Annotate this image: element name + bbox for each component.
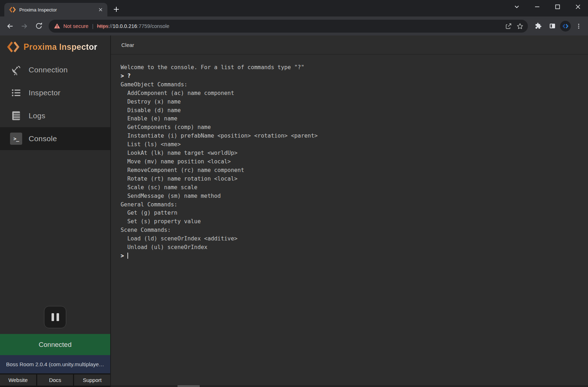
console-output-line: Scale (sc) name scale (121, 183, 584, 192)
text-cursor (127, 253, 128, 259)
not-secure-label[interactable]: Not secure (63, 23, 88, 29)
console-output-line: RemoveComponent (rc) name component (121, 166, 584, 175)
browser-tab[interactable]: Proxima Inspector (4, 3, 107, 16)
console-output-line: Load (ld) sceneOrIndex <additive> (121, 235, 584, 243)
browser-toolbar: Not secure | https://10.0.0.216:7759/con… (0, 16, 588, 35)
url-path: :7759/console (137, 23, 169, 29)
console-output-line: Welcome to the console. For a list of co… (121, 63, 584, 72)
sidebar-item-label: Connection (29, 66, 68, 74)
tab-strip: Proxima Inspector (0, 0, 588, 16)
satellite-dish-icon (10, 64, 22, 76)
address-bar-content: Not secure | https://10.0.0.216:7759/con… (54, 23, 503, 29)
console-output-line: GameObject Commands: (121, 81, 584, 89)
console-output-line: Unload (ul) sceneOrIndex (121, 243, 584, 252)
console-output-line: LookAt (lk) name target <worldUp> (121, 149, 584, 158)
horizontal-scrollbar-thumb[interactable] (178, 385, 200, 387)
console-output-line: Instantiate (i) prefabName <position> <r… (121, 132, 584, 140)
docs-button[interactable]: Docs (37, 374, 73, 386)
console-output-line: Rotate (rt) name rotation <local> (121, 175, 584, 183)
proxima-logo-icon (7, 41, 19, 53)
website-button[interactable]: Website (0, 374, 36, 386)
share-icon[interactable] (503, 20, 514, 32)
console-output-line: Destroy (x) name (121, 98, 584, 106)
sidebar-item-label: Inspector (29, 89, 60, 97)
window-controls (506, 0, 588, 14)
support-button[interactable]: Support (74, 374, 110, 386)
maximize-button[interactable] (547, 0, 568, 14)
project-info: Boss Room 2.0.4 (com.unity.multiplaye… (0, 355, 110, 373)
console-output-line: Disable (d) name (121, 106, 584, 115)
not-secure-warning-icon[interactable] (54, 23, 60, 29)
close-window-button[interactable] (568, 0, 588, 14)
console-output-line: List (ls) <name> (121, 140, 584, 149)
tab-search-chevron-icon[interactable] (506, 0, 527, 14)
app-title: Proxima Inspector (24, 42, 97, 52)
console-output-line: General Commands: (121, 201, 584, 209)
bookmark-star-icon[interactable] (514, 20, 526, 32)
sidebar-item-console[interactable]: >_ Console (0, 127, 110, 150)
back-button[interactable] (4, 20, 16, 33)
console-output[interactable]: Welcome to the console. For a list of co… (111, 54, 588, 387)
sidebar-item-label: Console (29, 134, 57, 143)
extensions-puzzle-icon[interactable] (531, 20, 544, 33)
console-output-line: Move (mv) name position <local> (121, 158, 584, 166)
sidebar-item-inspector[interactable]: Inspector (0, 81, 110, 104)
refresh-button[interactable] (32, 20, 45, 33)
app-sidebar: Proxima Inspector Connection (0, 35, 111, 387)
sidebar-item-connection[interactable]: Connection (0, 58, 110, 81)
console-output-line: SendMessage (sm) name method (121, 192, 584, 201)
url-separator: :// (108, 23, 112, 29)
bullet-list-icon (10, 87, 22, 99)
horizontal-scrollbar (111, 385, 588, 387)
new-tab-button[interactable] (111, 4, 122, 15)
console-prompt-line: > (121, 252, 584, 261)
terminal-icon: >_ (10, 133, 22, 145)
connection-status-badge: Connected (0, 334, 110, 355)
browser-menu-icon[interactable] (572, 20, 585, 33)
browser-window: Proxima Inspector (0, 0, 588, 387)
pause-icon (57, 313, 59, 321)
tab-title: Proxima Inspector (19, 7, 93, 13)
console-toolbar: Clear (111, 35, 588, 54)
address-divider: | (91, 23, 94, 29)
sidebar-nav: Connection Inspector (0, 58, 110, 150)
app-logo: Proxima Inspector (0, 35, 110, 58)
forward-button[interactable] (18, 20, 31, 33)
pause-button-container (0, 306, 110, 328)
proxima-favicon-icon (9, 6, 16, 13)
pause-icon (52, 313, 54, 321)
console-output-line: GetComponents (comp) name (121, 123, 584, 132)
console-output-line: AddComponent (ac) name component (121, 89, 584, 98)
console-prompt-line: > ? (121, 72, 584, 81)
console-output-line: Scene Commands: (121, 226, 584, 235)
sidebar-item-logs[interactable]: Logs (0, 104, 110, 127)
console-output-line: Get (g) pattern (121, 209, 584, 218)
sidebar-item-label: Logs (29, 111, 45, 120)
console-output-line: Set (s) property value (121, 218, 584, 226)
console-panel: Clear Welcome to the console. For a list… (111, 35, 588, 387)
url-scheme: https (97, 23, 108, 29)
minimize-button[interactable] (527, 0, 547, 14)
sidebar-footer: Website Docs Support (0, 373, 110, 387)
url-text[interactable]: https://10.0.0.216:7759/console (97, 23, 169, 29)
url-host: 10.0.0.216 (113, 23, 137, 29)
side-panel-icon[interactable] (546, 20, 559, 33)
pause-button[interactable] (44, 306, 66, 328)
clear-console-button[interactable]: Clear (121, 40, 135, 49)
tab-close-icon[interactable] (97, 6, 105, 14)
proxima-extension-icon[interactable] (560, 21, 571, 32)
document-icon (10, 110, 22, 122)
address-bar[interactable]: Not secure | https://10.0.0.216:7759/con… (49, 20, 528, 33)
console-output-line: Enable (e) name (121, 115, 584, 123)
